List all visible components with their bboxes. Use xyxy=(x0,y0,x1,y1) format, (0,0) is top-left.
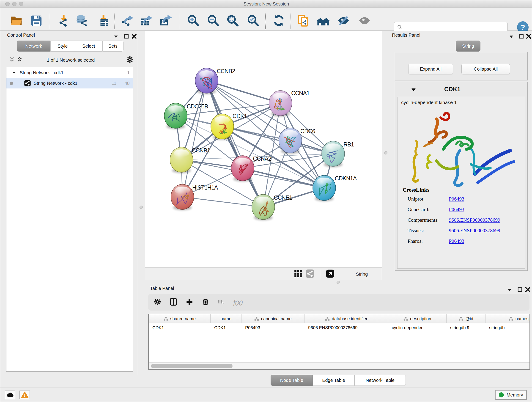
save-session-icon[interactable] xyxy=(30,14,43,27)
tab-style[interactable]: Style xyxy=(51,41,75,51)
open-file-icon[interactable] xyxy=(10,14,23,27)
panel-menu-icon[interactable] xyxy=(506,286,513,293)
network-share-icon[interactable] xyxy=(305,269,315,279)
column-header--id[interactable]: @id xyxy=(447,314,486,323)
zoom-out-icon[interactable] xyxy=(207,14,220,27)
import-network-database-icon[interactable] xyxy=(75,14,88,27)
search-input[interactable] xyxy=(403,25,501,30)
network-row[interactable]: String Network - cdk1 11 48 xyxy=(6,78,133,89)
crosslink-link[interactable]: 9606.ENSP00000378699 xyxy=(449,217,500,223)
node-HIST1H1A[interactable] xyxy=(171,184,194,210)
crosslink-link[interactable]: P06493 xyxy=(449,238,464,244)
edge-HIST1H1A-CCNE1[interactable] xyxy=(182,197,263,207)
collapse-all-tree-icon[interactable] xyxy=(8,56,15,63)
import-table-icon[interactable] xyxy=(96,14,109,27)
node-CCNE1[interactable] xyxy=(252,194,275,220)
tab-select[interactable]: Select xyxy=(75,41,102,51)
window-close-icon[interactable] xyxy=(5,2,10,6)
column-header-description[interactable]: description xyxy=(388,314,447,323)
export-table-icon[interactable] xyxy=(140,14,152,27)
crosslink-link[interactable]: P06493 xyxy=(449,196,464,202)
panel-menu-icon[interactable] xyxy=(113,33,119,40)
horizontal-scrollbar[interactable] xyxy=(149,362,530,369)
expand-all-button[interactable]: Expand All xyxy=(408,64,453,74)
cloud-status-button[interactable] xyxy=(5,390,15,399)
tab-sets[interactable]: Sets xyxy=(102,41,123,51)
table-row[interactable]: CDK1CDK1P064939606.ENSP00000378699cyclin… xyxy=(149,323,530,332)
collapse-section-icon[interactable] xyxy=(410,86,417,93)
collapse-all-button[interactable]: Collapse All xyxy=(462,64,510,74)
export-network-icon[interactable] xyxy=(121,14,133,27)
table-cell[interactable]: cyclin-dependent ... xyxy=(388,323,447,332)
clone-network-icon[interactable] xyxy=(297,14,310,27)
network-type-icon xyxy=(24,80,31,87)
node-CDK1[interactable] xyxy=(211,114,234,140)
bottom-splitter-handle[interactable] xyxy=(336,281,340,284)
right-splitter-handle[interactable] xyxy=(384,151,387,154)
panel-close-icon[interactable] xyxy=(131,33,138,40)
tree-expander-icon[interactable] xyxy=(12,70,17,75)
crosslink-link[interactable]: 9606.ENSP00000378699 xyxy=(449,228,500,233)
column-header-canonical-name[interactable]: canonical name xyxy=(241,314,304,323)
panel-float-icon[interactable] xyxy=(518,33,525,40)
panel-menu-icon[interactable] xyxy=(508,33,515,40)
tab-network-table[interactable]: Network Table xyxy=(355,375,406,386)
node-label-CDC6: CDC6 xyxy=(300,128,315,134)
table-cell[interactable]: CDK1 xyxy=(149,323,210,332)
tab-edge-table[interactable]: Edge Table xyxy=(313,375,355,386)
scrollbar-thumb[interactable] xyxy=(151,364,233,368)
table-cell[interactable]: stringdb:9... xyxy=(447,323,486,332)
grid-view-icon[interactable] xyxy=(294,269,302,279)
node-CDKN1A[interactable] xyxy=(313,175,336,201)
warning-status-button[interactable] xyxy=(19,390,30,399)
crosslink-link[interactable]: P06493 xyxy=(449,206,464,212)
toolbar-separator xyxy=(114,12,114,29)
show-columns-icon[interactable] xyxy=(169,298,178,307)
node-CCNA2[interactable] xyxy=(231,156,254,182)
column-header-namespace[interactable]: namespace xyxy=(486,314,530,323)
birdseye-view-icon[interactable] xyxy=(326,269,335,279)
column-header-name[interactable]: name xyxy=(210,314,241,323)
node-CCNB1[interactable] xyxy=(170,147,193,173)
hide-selected-icon[interactable] xyxy=(337,14,350,27)
column-header-label: shared name xyxy=(170,316,196,321)
show-all-nodes-icon[interactable] xyxy=(317,14,330,27)
tab-network[interactable]: Network xyxy=(17,41,51,51)
expand-all-tree-icon[interactable] xyxy=(16,56,23,63)
gear-icon[interactable] xyxy=(126,56,134,64)
table-cell[interactable]: CDK1 xyxy=(210,323,241,332)
table-cell[interactable]: P06493 xyxy=(241,323,304,332)
zoom-fit-icon[interactable] xyxy=(226,14,239,27)
export-image-icon[interactable] xyxy=(159,14,172,27)
network-canvas[interactable]: CCNB2CCNA1CDC25BCDK1CDC6RB1CCNB1CCNA2CDK… xyxy=(145,31,382,268)
zoom-selected-icon[interactable] xyxy=(247,14,260,27)
panel-close-icon[interactable] xyxy=(525,286,531,293)
show-eye-icon[interactable] xyxy=(358,14,371,27)
node-table[interactable]: shared namenamecanonical namedatabase id… xyxy=(148,314,530,370)
import-network-file-icon[interactable] xyxy=(56,14,69,27)
left-splitter-handle[interactable] xyxy=(139,206,143,209)
memory-button[interactable]: Memory xyxy=(495,390,527,400)
node-CCNA1[interactable] xyxy=(269,90,292,116)
tab-node-table[interactable]: Node Table xyxy=(271,375,313,386)
panel-float-icon[interactable] xyxy=(517,286,524,293)
zoom-in-icon[interactable] xyxy=(187,14,200,27)
table-cell[interactable]: 9606.ENSP00000378699 xyxy=(304,323,388,332)
table-settings-gear-icon[interactable] xyxy=(153,298,162,307)
node-CDC25B[interactable] xyxy=(164,103,187,129)
column-header-label: canonical name xyxy=(261,316,291,321)
delete-column-icon[interactable] xyxy=(201,298,210,307)
window-zoom-icon[interactable] xyxy=(19,2,23,6)
panel-close-icon[interactable] xyxy=(525,33,532,40)
column-header-shared-name[interactable]: shared name xyxy=(149,314,210,323)
edge-CCNB2-HIST1H1A[interactable] xyxy=(182,81,207,197)
column-header-database-identifier[interactable]: database identifier xyxy=(304,314,388,323)
panel-float-icon[interactable] xyxy=(123,33,130,40)
add-column-icon[interactable] xyxy=(185,298,194,307)
table-cell[interactable]: stringdb xyxy=(486,323,530,332)
window-minimize-icon[interactable] xyxy=(12,2,17,6)
network-collection-row[interactable]: String Network - cdk1 1 xyxy=(6,67,133,78)
tab-string[interactable]: String xyxy=(456,41,481,51)
node-RB1[interactable] xyxy=(322,141,345,167)
refresh-layout-icon[interactable] xyxy=(272,14,285,27)
